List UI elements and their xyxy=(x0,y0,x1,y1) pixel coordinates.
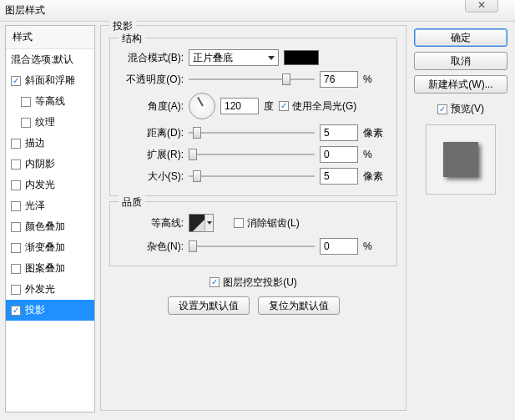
quality-legend: 品质 xyxy=(119,195,145,210)
style-item[interactable]: 外发光 xyxy=(6,279,94,300)
settings-panel: 投影 结构 混合模式(B): 正片叠底 不透明度(O): 76 % xyxy=(100,25,406,412)
style-item-label: 颜色叠加 xyxy=(25,220,65,234)
cancel-button[interactable]: 取消 xyxy=(414,52,507,70)
checkbox-icon xyxy=(11,243,21,253)
spread-label: 扩展(R): xyxy=(119,148,184,162)
reset-default-button[interactable]: 复位为默认值 xyxy=(258,296,340,315)
global-light-checkbox[interactable]: 使用全局光(G) xyxy=(279,99,356,114)
style-item[interactable]: 内阴影 xyxy=(6,154,94,175)
size-unit: 像素 xyxy=(363,170,388,184)
checkbox-icon xyxy=(11,139,21,149)
size-slider[interactable] xyxy=(189,170,315,183)
ok-button[interactable]: 确定 xyxy=(414,28,507,47)
opacity-slider[interactable] xyxy=(189,73,315,86)
titlebar: 图层样式 ✕ xyxy=(0,0,515,22)
style-item-label: 内阴影 xyxy=(25,157,55,171)
distance-input[interactable]: 5 xyxy=(320,124,358,141)
checkbox-icon xyxy=(210,277,220,287)
chevron-down-icon xyxy=(268,56,275,60)
checkbox-icon xyxy=(21,118,31,128)
opacity-unit: % xyxy=(363,73,388,85)
distance-label: 距离(D): xyxy=(119,126,184,140)
style-item[interactable]: 光泽 xyxy=(6,195,94,216)
spread-slider[interactable] xyxy=(189,148,315,161)
checkbox-icon xyxy=(11,76,21,86)
preview-checkbox[interactable]: 预览(V) xyxy=(437,102,484,116)
right-panel: 确定 取消 新建样式(W)... 预览(V) xyxy=(411,25,510,412)
style-item[interactable]: 渐变叠加 xyxy=(6,237,94,258)
style-item-label: 内发光 xyxy=(25,178,55,192)
main-area: 样式 混合选项:默认斜面和浮雕等高线纹理描边内阴影内发光光泽颜色叠加渐变叠加图案… xyxy=(0,22,515,417)
opacity-input[interactable]: 76 xyxy=(320,71,358,88)
noise-input[interactable]: 0 xyxy=(320,238,358,255)
global-light-label: 使用全局光(G) xyxy=(292,99,356,114)
style-item[interactable]: 纹理 xyxy=(6,112,94,133)
angle-label: 角度(A): xyxy=(119,99,184,114)
style-item[interactable]: 混合选项:默认 xyxy=(6,49,94,70)
distance-slider[interactable] xyxy=(189,126,315,139)
opacity-label: 不透明度(O): xyxy=(119,73,184,87)
checkbox-icon xyxy=(11,285,21,295)
spread-unit: % xyxy=(363,149,388,160)
style-item-label: 外发光 xyxy=(25,282,55,296)
style-item-label: 混合选项:默认 xyxy=(11,53,73,67)
close-button[interactable]: ✕ xyxy=(465,0,498,13)
new-style-button[interactable]: 新建样式(W)... xyxy=(414,75,507,94)
size-input[interactable]: 5 xyxy=(320,168,358,185)
close-icon: ✕ xyxy=(477,0,486,11)
style-item[interactable]: 投影 xyxy=(6,300,94,321)
style-item[interactable]: 颜色叠加 xyxy=(6,216,94,237)
styles-header: 样式 xyxy=(6,26,94,49)
checkbox-icon xyxy=(21,97,31,107)
make-default-button[interactable]: 设置为默认值 xyxy=(168,296,250,315)
styles-list: 混合选项:默认斜面和浮雕等高线纹理描边内阴影内发光光泽颜色叠加渐变叠加图案叠加外… xyxy=(6,49,94,321)
style-item-label: 等高线 xyxy=(35,94,65,109)
quality-group: 品质 等高线: 消除锯齿(L) 杂色(N): 0 % xyxy=(109,201,397,266)
style-item-label: 纹理 xyxy=(35,115,55,129)
spread-input[interactable]: 0 xyxy=(320,146,358,163)
checkbox-icon xyxy=(234,218,244,228)
style-item-label: 描边 xyxy=(25,136,45,150)
checkbox-icon xyxy=(11,180,21,190)
shadow-color-swatch[interactable] xyxy=(284,50,319,65)
checkbox-icon xyxy=(437,104,447,114)
style-item-label: 渐变叠加 xyxy=(25,240,65,255)
checkbox-icon xyxy=(11,159,21,170)
chevron-down-icon xyxy=(204,215,213,231)
blend-mode-value: 正片叠底 xyxy=(193,51,233,65)
knockout-label: 图层挖空投影(U) xyxy=(223,276,297,290)
style-item[interactable]: 斜面和浮雕 xyxy=(6,70,94,91)
style-item[interactable]: 等高线 xyxy=(6,91,94,112)
drop-shadow-group: 投影 结构 混合模式(B): 正片叠底 不透明度(O): 76 % xyxy=(100,25,406,411)
checkbox-icon xyxy=(11,264,21,274)
noise-label: 杂色(N): xyxy=(119,240,184,254)
style-item-label: 光泽 xyxy=(25,199,45,213)
antialias-label: 消除锯齿(L) xyxy=(247,216,300,230)
style-item[interactable]: 内发光 xyxy=(6,175,94,195)
knockout-checkbox[interactable]: 图层挖空投影(U) xyxy=(210,276,297,290)
angle-unit: 度 xyxy=(264,99,274,114)
antialias-checkbox[interactable]: 消除锯齿(L) xyxy=(234,216,300,230)
checkbox-icon xyxy=(11,222,21,232)
style-item-label: 斜面和浮雕 xyxy=(25,73,75,88)
preview-label: 预览(V) xyxy=(451,102,484,116)
checkbox-icon xyxy=(279,101,289,111)
contour-label: 等高线: xyxy=(119,216,184,230)
style-item-label: 投影 xyxy=(25,303,45,317)
checkbox-icon xyxy=(11,201,21,211)
style-item[interactable]: 图案叠加 xyxy=(6,258,94,279)
noise-slider[interactable] xyxy=(189,240,315,253)
contour-picker[interactable] xyxy=(189,214,214,232)
angle-dial[interactable] xyxy=(189,93,215,119)
window-title: 图层样式 xyxy=(5,3,510,18)
styles-panel: 样式 混合选项:默认斜面和浮雕等高线纹理描边内阴影内发光光泽颜色叠加渐变叠加图案… xyxy=(5,25,95,412)
size-label: 大小(S): xyxy=(119,170,184,184)
blend-mode-combo[interactable]: 正片叠底 xyxy=(189,49,279,66)
distance-unit: 像素 xyxy=(363,126,388,140)
style-item[interactable]: 描边 xyxy=(6,133,94,154)
checkbox-icon xyxy=(11,306,21,316)
noise-unit: % xyxy=(363,240,388,252)
structure-group: 结构 混合模式(B): 正片叠底 不透明度(O): 76 % 角度 xyxy=(109,38,397,196)
angle-input[interactable]: 120 xyxy=(220,98,259,114)
blend-mode-label: 混合模式(B): xyxy=(119,51,184,65)
